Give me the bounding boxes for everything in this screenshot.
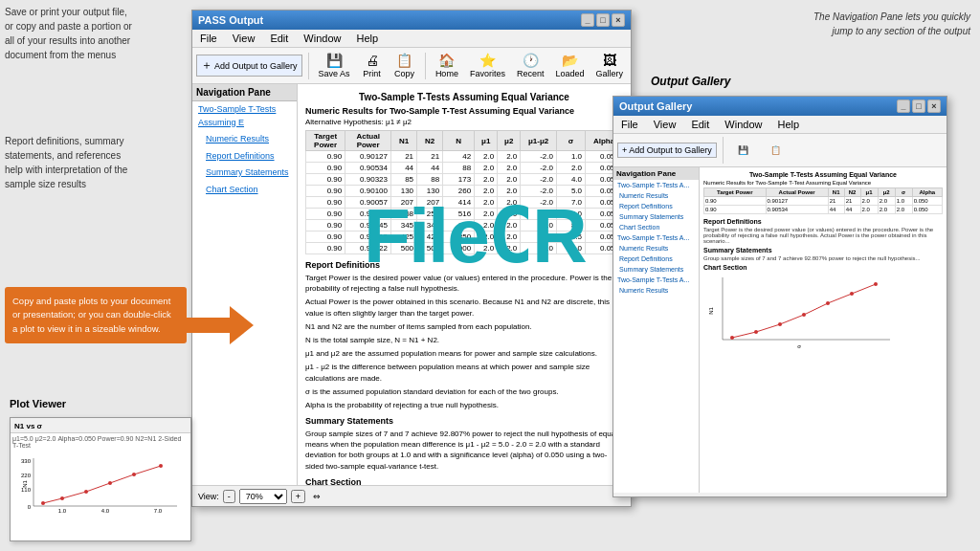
menu-window[interactable]: Window <box>300 32 345 45</box>
window-controls[interactable]: _ □ × <box>581 13 625 27</box>
table-cell: 207 <box>417 197 443 209</box>
gallery-nav-sub-6[interactable]: Report Definitions <box>613 253 699 264</box>
svg-marker-0 <box>187 306 254 344</box>
table-cell: 0.90323 <box>345 174 391 186</box>
gallery-preview-table: Target Power Actual Power N1 N2 μ1 μ2 σ … <box>703 187 943 214</box>
orange-arrow-icon <box>187 306 254 344</box>
table-cell: -2.0 <box>521 151 557 163</box>
svg-text:7.0: 7.0 <box>154 508 163 514</box>
gallery-title-bar: Output Gallery _ □ × <box>613 97 947 116</box>
table-cell: 2.0 <box>475 186 498 197</box>
gallery-chart-mini: σ N1 <box>703 273 895 349</box>
gallery-menu-help[interactable]: Help <box>773 118 803 131</box>
summary-heading: Summary Statements <box>305 416 623 426</box>
report-def-item: σ is the assumed population standard dev… <box>305 386 623 397</box>
navigation-pane: Navigation Pane Two-Sample T-Tests Assum… <box>192 84 298 505</box>
gallery-label: Output Gallery <box>651 75 730 88</box>
gallery-maximize[interactable]: □ <box>912 99 925 113</box>
gallery-menu-window[interactable]: Window <box>721 118 766 131</box>
nav-item-4[interactable]: Chart Section <box>192 182 297 199</box>
zoom-out-button[interactable]: - <box>223 490 235 503</box>
menu-edit[interactable]: Edit <box>266 32 292 45</box>
annotation-top-right: The Navigation Pane lets you quickly jum… <box>779 10 970 38</box>
print-button[interactable]: 🖨 Print <box>358 51 387 80</box>
menu-help[interactable]: Help <box>352 32 382 45</box>
gallery-nav-sub-8[interactable]: Numeric Results <box>613 285 699 296</box>
table-cell: 2.0 <box>475 243 498 254</box>
svg-point-46 <box>84 490 88 494</box>
gallery-menu-bar: File View Edit Window Help <box>613 116 947 134</box>
zoom-in-button[interactable]: + <box>291 490 305 503</box>
gallery-nav-item-3[interactable]: Two-Sample T-Tests A... <box>613 275 699 285</box>
gallery-nav-sub-5[interactable]: Numeric Results <box>613 243 699 253</box>
svg-text:σ: σ <box>797 343 801 349</box>
zoom-select[interactable]: 70% 100% 150% <box>239 489 287 504</box>
loaded-icon: 📂 <box>562 53 578 68</box>
close-button[interactable]: × <box>612 13 625 27</box>
gallery-save-btn[interactable]: 💾 <box>729 143 758 157</box>
svg-point-29 <box>802 313 806 317</box>
svg-point-32 <box>874 282 878 286</box>
table-cell: 425 <box>391 231 417 243</box>
gallery-minimize[interactable]: _ <box>897 99 910 113</box>
gallery-copy-btn[interactable]: 📋 <box>762 143 791 157</box>
table-cell: 2.0 <box>475 231 498 243</box>
gallery-nav-sub-7[interactable]: Summary Statements <box>613 264 699 275</box>
table-cell: 0.90127 <box>345 151 391 163</box>
menu-view[interactable]: View <box>229 32 259 45</box>
gallery-add-button[interactable]: + Add Output to Gallery <box>617 143 717 158</box>
nav-pane-title: Navigation Pane <box>192 84 297 101</box>
nav-item-2[interactable]: Report Definitions <box>192 148 297 165</box>
table-cell: 0.90 <box>306 220 345 231</box>
table-cell: 0.90345 <box>345 220 391 231</box>
gallery-nav-pane: Navigation Pane Two-Sample T-Tests A... … <box>613 167 700 493</box>
gallery-button[interactable]: 🖼 Gallery <box>591 51 627 80</box>
plot-viewer-title-bar: N1 vs σ <box>11 418 190 433</box>
minimize-button[interactable]: _ <box>581 13 594 27</box>
menu-file[interactable]: File <box>196 32 221 45</box>
gallery-icon: 🖼 <box>603 53 616 68</box>
table-cell: 8.5 <box>557 220 586 231</box>
nav-item-0[interactable]: Two-Sample T-Tests Assuming E <box>192 101 297 131</box>
gallery-nav-sub-2[interactable]: Report Definitions <box>613 201 699 211</box>
save-as-button[interactable]: 💾 Save As <box>315 51 354 80</box>
gallery-nav-item-2[interactable]: Two-Sample T-Tests A... <box>613 232 699 243</box>
gallery-close[interactable]: × <box>927 99 941 113</box>
add-to-gallery-button[interactable]: ＋ Add Output to Gallery <box>196 55 302 77</box>
gallery-menu-view[interactable]: View <box>650 118 680 131</box>
favorites-button[interactable]: ⭐ Favorites <box>466 51 509 80</box>
plot-viewer-label: Plot Viewer <box>10 398 66 409</box>
maximize-button[interactable]: □ <box>596 13 610 27</box>
svg-point-31 <box>850 292 854 296</box>
report-def-item: μ1 - μ2 is the difference between popula… <box>305 362 623 383</box>
copy-button[interactable]: 📋 Copy <box>390 51 419 80</box>
print-icon: 🖨 <box>366 53 379 68</box>
gallery-menu-file[interactable]: File <box>617 118 642 131</box>
home-icon: 🏠 <box>438 53 455 68</box>
table-cell: -2.0 <box>521 243 557 254</box>
table-cell: 2.0 <box>498 174 521 186</box>
output-content[interactable]: Two-Sample T-Tests Assuming Equal Varian… <box>298 84 631 505</box>
output-main-title: Two-Sample T-Tests Assuming Equal Varian… <box>305 92 623 102</box>
home-button[interactable]: 🏠 Home <box>432 51 462 80</box>
table-cell: -2.0 <box>521 174 557 186</box>
svg-text:4.0: 4.0 <box>101 508 110 514</box>
table-row: 0.900.902124254258502.02.0-2.09.50.050 <box>306 231 623 243</box>
gallery-controls[interactable]: _ □ × <box>897 99 941 113</box>
fit-button[interactable]: ⇔ <box>313 492 321 501</box>
loaded-button[interactable]: 📂 Loaded <box>551 51 588 80</box>
nav-item-3[interactable]: Summary Statements <box>192 165 297 182</box>
gallery-menu-edit[interactable]: Edit <box>687 118 713 131</box>
recent-button[interactable]: 🕐 Recent <box>513 51 548 80</box>
table-cell: 0.90 <box>306 243 345 254</box>
table-cell: 5.0 <box>557 186 586 197</box>
gallery-nav-sub-1[interactable]: Numeric Results <box>613 190 699 201</box>
gallery-nav-sub-3[interactable]: Summary Statements <box>613 211 699 222</box>
table-cell: 9.5 <box>557 231 586 243</box>
gallery-nav-sub-4[interactable]: Chart Section <box>613 222 699 232</box>
gallery-nav-item-1[interactable]: Two-Sample T-Tests A... <box>613 180 699 190</box>
results-table: TargetPower ActualPower N1 N2 N μ1 μ2 μ1… <box>305 130 623 254</box>
annotation-middle-left: Report definitions, summary statements, … <box>5 134 182 191</box>
nav-item-1[interactable]: Numeric Results <box>192 131 297 148</box>
gallery-preview[interactable]: Two-Sample T-Tests Assuming Equal Varian… <box>700 167 947 493</box>
